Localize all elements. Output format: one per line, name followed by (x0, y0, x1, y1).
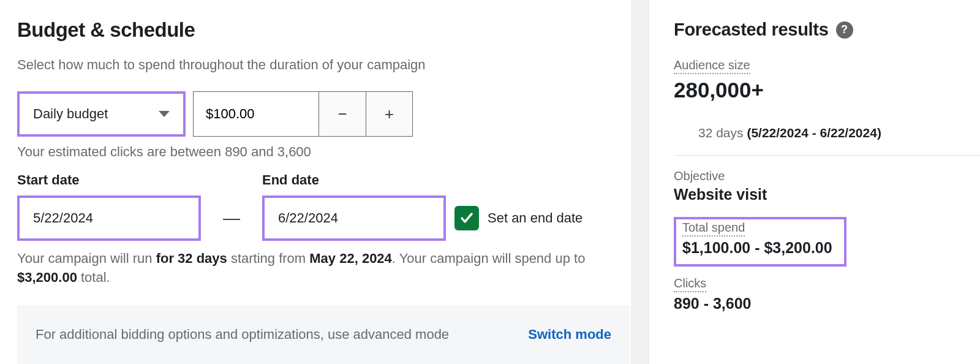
forecast-duration: 32 days (5/22/2024 - 6/22/2024) (674, 116, 980, 156)
chevron-down-icon (159, 111, 170, 117)
total-spend-value: $1,100.00 - $3,200.00 (682, 239, 838, 257)
clicks-label: Clicks (674, 276, 706, 292)
total-spend-block: Total spend $1,100.00 - $3,200.00 (674, 217, 846, 267)
end-date-label: End date (262, 172, 446, 188)
total-spend-label: Total spend (682, 221, 745, 237)
end-date-input[interactable]: 6/22/2024 (262, 195, 446, 241)
help-icon[interactable]: ? (836, 21, 853, 39)
campaign-run-summary: Your campaign will run for 32 days start… (17, 249, 605, 287)
page-title: Budget & schedule (17, 18, 631, 42)
audience-size-label: Audience size (674, 58, 750, 74)
advanced-mode-bar: For additional bidding options and optim… (17, 305, 630, 364)
set-end-date-label: Set an end date (488, 210, 582, 226)
objective-label: Objective (674, 169, 980, 183)
set-end-date-checkbox[interactable] (454, 206, 479, 230)
switch-mode-link[interactable]: Switch mode (528, 327, 611, 343)
budget-amount-stepper: − + (193, 91, 413, 137)
budget-schedule-panel: Budget & schedule Select how much to spe… (0, 0, 631, 364)
objective-value: Website visit (674, 186, 980, 203)
forecast-title: Forecasted results (674, 20, 829, 40)
decrement-button[interactable]: − (319, 92, 366, 136)
page-subhead: Select how much to spend throughout the … (17, 57, 631, 73)
budget-amount-input[interactable] (194, 92, 319, 136)
start-date-value: 5/22/2024 (33, 210, 93, 226)
advanced-mode-text: For additional bidding options and optim… (36, 327, 449, 343)
end-date-value: 6/22/2024 (278, 210, 338, 226)
budget-type-dropdown[interactable]: Daily budget (17, 91, 186, 137)
clicks-value: 890 - 3,600 (674, 295, 980, 313)
forecast-sidebar: Forecasted results ? Audience size 280,0… (649, 0, 980, 364)
date-range-separator: — (201, 195, 262, 241)
budget-type-value: Daily budget (33, 106, 108, 122)
start-date-label: Start date (17, 172, 201, 188)
panel-divider (631, 0, 649, 364)
clicks-estimate-note: Your estimated clicks are between 890 an… (17, 144, 631, 160)
start-date-input[interactable]: 5/22/2024 (17, 195, 201, 241)
audience-size-value: 280,000+ (674, 78, 980, 102)
check-icon (459, 211, 474, 226)
increment-button[interactable]: + (366, 92, 412, 136)
